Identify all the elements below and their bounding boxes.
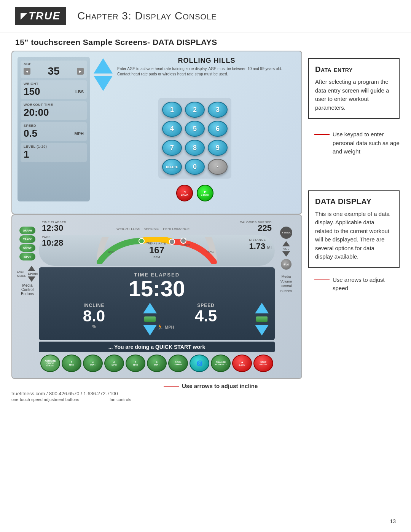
vol-up-arrow[interactable] bbox=[282, 241, 290, 246]
back-button-2[interactable]: ◄BACK bbox=[232, 355, 252, 372]
start-button[interactable]: ▶ START bbox=[197, 185, 213, 201]
track-button[interactable]: TRACK bbox=[19, 235, 35, 243]
speed-value: 0.5 bbox=[24, 128, 37, 139]
volume-arrows: VOL bbox=[282, 241, 290, 257]
key-0[interactable]: 0 bbox=[185, 159, 205, 175]
keypad-panel: ROLLING HILLS Enter AGE to activate hear… bbox=[94, 57, 296, 201]
weight-field-group: WEIGHT 150 LBS bbox=[21, 80, 87, 99]
data-display-annotation: DATA DISPLAY This is one example of a da… bbox=[308, 190, 400, 268]
key-2[interactable]: 2 bbox=[185, 102, 205, 118]
time-elapsed-value: 12:30 bbox=[42, 224, 66, 232]
triangle-down-button[interactable] bbox=[94, 76, 113, 91]
workout-time-label: WORKOUT TIME bbox=[24, 103, 84, 107]
data-entry-annotation-text: After selecting a program the data entry… bbox=[315, 78, 393, 112]
main-display: TIME ELAPSED 15:30 INCLINE 8.0 % bbox=[39, 267, 275, 340]
key-7[interactable]: 7 bbox=[162, 140, 182, 156]
footer-label-1: one-touch speed adjustment buttons bbox=[11, 397, 79, 402]
pace-group: PACE 10:28 bbox=[42, 235, 63, 247]
last-label: LAST MODE bbox=[17, 270, 26, 278]
data-fields-panel: AGE ◄ 35 ► WEIGHT 150 LBS bbox=[18, 57, 90, 201]
program-description: Enter AGE to activate heart rate trainin… bbox=[117, 66, 296, 77]
gauge-area: PACE 10:28 bbox=[39, 235, 275, 266]
svg-text:60%: 60% bbox=[108, 251, 114, 254]
weight-value: 150 bbox=[24, 86, 40, 97]
screens-column: AGE ◄ 35 ► WEIGHT 150 LBS bbox=[11, 51, 302, 379]
mode-button[interactable]: ◄ MODE bbox=[280, 227, 292, 239]
ipod-icon: iPod bbox=[281, 259, 292, 270]
svg-point-4 bbox=[139, 238, 144, 244]
triangle-up-button[interactable] bbox=[94, 58, 113, 73]
weight-unit: LBS bbox=[75, 89, 84, 94]
weight-label: WEIGHT bbox=[24, 82, 84, 86]
footer-label-2: fan controls bbox=[110, 397, 131, 402]
screen1-inner: AGE ◄ 35 ► WEIGHT 150 LBS bbox=[18, 57, 296, 201]
media-control-area: LAST MODE CHAN MediaControlButtons bbox=[17, 266, 38, 296]
key-3[interactable]: 3 bbox=[208, 102, 228, 118]
nav-buttons: GRAPH TRACK SCENE INPUT bbox=[19, 227, 35, 260]
speed-annotation-text: Use arrows to adjust speed bbox=[333, 276, 400, 293]
age-value: 35 bbox=[48, 66, 59, 77]
key-5[interactable]: 5 bbox=[185, 121, 205, 137]
program-header: ROLLING HILLS Enter AGE to activate hear… bbox=[94, 57, 296, 91]
main-display-time: 15:30 bbox=[45, 278, 269, 300]
incline-up-arrow[interactable] bbox=[143, 303, 157, 313]
keypad-annotation-text: Use keypad to enter personal data such a… bbox=[333, 130, 400, 156]
main-layout: AGE ◄ 35 ► WEIGHT 150 LBS bbox=[0, 51, 411, 379]
page-number: 13 bbox=[390, 518, 396, 524]
chan-down-arrow[interactable] bbox=[28, 276, 35, 282]
age-field-group: AGE ◄ 35 ► bbox=[21, 61, 87, 78]
input-button[interactable]: INPUT bbox=[19, 253, 35, 260]
speed-6-button[interactable]: 6MPH bbox=[104, 355, 124, 372]
display-bottom: INCLINE 8.0 % bbox=[45, 303, 269, 335]
key-delete[interactable]: DELETE bbox=[162, 159, 182, 175]
top-stats: TIME ELAPSED 12:30 WEIGHT LOSS AEROBIC P… bbox=[39, 219, 275, 234]
message-bar: ... You are doing a QUICK START work bbox=[39, 342, 275, 352]
graph-button[interactable]: GRAPH bbox=[19, 227, 35, 234]
heart-rate-value: 167 bbox=[148, 245, 166, 256]
speed-3-button[interactable]: 3MPH bbox=[62, 355, 81, 372]
key-4[interactable]: 4 bbox=[162, 121, 182, 137]
change-workout-button[interactable]: CHANGEWORKOUT bbox=[211, 355, 231, 372]
age-right-arrow[interactable]: ► bbox=[77, 68, 84, 75]
speed-group: SPEED 4.5 🏃 MPH bbox=[157, 303, 255, 335]
speed-label-1: SPEED bbox=[24, 124, 84, 128]
key-1[interactable]: 1 bbox=[162, 102, 182, 118]
svg-text:100%: 100% bbox=[206, 251, 214, 254]
activate-quick-speed-button[interactable]: ACTIVATEQUICKSPEED bbox=[40, 355, 60, 372]
cool-down-button[interactable]: COOLDOWN bbox=[168, 355, 188, 372]
key-6[interactable]: 6 bbox=[208, 121, 228, 137]
chan-up-arrow[interactable] bbox=[28, 266, 35, 271]
speed-unit-2: MPH bbox=[165, 325, 174, 329]
scene-button[interactable]: SCENE bbox=[19, 244, 35, 252]
data-display-screen: GRAPH TRACK SCENE INPUT LAST MODE bbox=[11, 214, 302, 379]
speed-up-arrow[interactable] bbox=[255, 303, 269, 313]
speed-8-button[interactable]: 8MPH bbox=[147, 355, 167, 372]
speed-7-button[interactable]: 7MPH bbox=[126, 355, 145, 372]
stop-pause-button[interactable]: STOPPAUSE bbox=[253, 355, 273, 372]
incline-arrow-line bbox=[164, 386, 179, 387]
keypad-arrow-line bbox=[314, 134, 330, 135]
vol-down-arrow[interactable] bbox=[282, 251, 290, 257]
media-label: MediaControlButtons bbox=[17, 283, 38, 296]
last-mode-row: LAST MODE CHAN bbox=[17, 266, 38, 282]
incline-down-arrow[interactable] bbox=[143, 325, 157, 335]
key-dot[interactable]: · bbox=[208, 159, 228, 175]
key-9[interactable]: 9 bbox=[208, 140, 228, 156]
incline-annotation-text: Use arrows to adjust incline bbox=[182, 383, 258, 389]
footer-labels: one-touch speed adjustment buttons fan c… bbox=[11, 397, 400, 402]
weight-value-row: 150 LBS bbox=[24, 86, 84, 97]
calories-burned-group: CALORIES BURNED 225 bbox=[240, 220, 272, 232]
speed-down-arrow[interactable] bbox=[255, 325, 269, 335]
logo-box: ◤ TRUE bbox=[15, 7, 66, 25]
time-elapsed-group: TIME ELAPSED 12:30 bbox=[42, 220, 66, 232]
age-left-arrow[interactable]: ◄ bbox=[24, 68, 30, 75]
logo-text: TRUE bbox=[29, 10, 61, 22]
back-button[interactable]: ◄ BACK bbox=[176, 185, 193, 201]
distance-value: 1.73 bbox=[249, 241, 265, 251]
pace-value: 10:28 bbox=[42, 239, 63, 247]
heart-rate-label: HEART RATE bbox=[148, 242, 166, 245]
key-8[interactable]: 8 bbox=[185, 140, 205, 156]
fan-button[interactable]: 🌀 bbox=[190, 355, 209, 372]
media-volume-label: MediaVolumeControlButtons bbox=[280, 274, 292, 293]
speed-4-button[interactable]: 4MPH bbox=[83, 355, 103, 372]
